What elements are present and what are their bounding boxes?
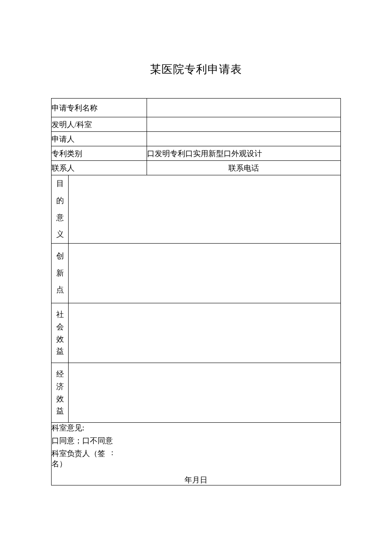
row-purpose: 目的意义: [52, 175, 341, 244]
row-social: 社会效益: [52, 303, 341, 363]
row-opinion: 科室意见: 口同意；口不同意 科室负责人（签名） : 年月日: [52, 423, 341, 485]
input-purpose[interactable]: [69, 175, 341, 244]
sign-label: 科室负责人（签名）: [52, 448, 107, 469]
opinion-section: 科室意见: 口同意；口不同意 科室负责人（签名） : 年月日: [52, 423, 341, 485]
label-patent-name: 申请专利名称: [52, 99, 147, 117]
label-contact-phone: 联系电话: [147, 161, 341, 175]
label-purpose: 目的意义: [52, 175, 69, 244]
label-social: 社会效益: [52, 303, 69, 363]
input-patent-name[interactable]: [147, 99, 341, 117]
opinion-heading: 科室意见:: [52, 423, 340, 433]
row-contact: 联系人 联系电话: [52, 161, 341, 175]
sign-colon: :: [111, 448, 113, 457]
row-category: 专利类别 口发明专利口实用新型口外观设计: [52, 146, 341, 161]
label-economic: 经济效益: [52, 363, 69, 423]
label-category: 专利类别: [52, 146, 147, 161]
input-social[interactable]: [69, 303, 341, 363]
row-patent-name: 申请专利名称: [52, 99, 341, 117]
input-applicant[interactable]: [147, 132, 341, 146]
input-inventor[interactable]: [147, 117, 341, 132]
row-economic: 经济效益: [52, 363, 341, 423]
input-economic[interactable]: [69, 363, 341, 423]
row-inventor: 发明人/科室: [52, 117, 341, 132]
category-options[interactable]: 口发明专利口实用新型口外观设计: [147, 146, 341, 161]
row-applicant: 申请人: [52, 132, 341, 146]
input-innovation[interactable]: [69, 244, 341, 303]
row-innovation: 创新点: [52, 244, 341, 303]
label-contact: 联系人: [52, 161, 147, 175]
patent-application-form: 申请专利名称 发明人/科室 申请人 专利类别 口发明专利口实用新型口外观设计 联…: [51, 98, 341, 485]
label-applicant: 申请人: [52, 132, 147, 146]
opinion-date[interactable]: 年月日: [52, 471, 340, 485]
opinion-choices[interactable]: 口同意；口不同意: [52, 436, 340, 446]
label-inventor: 发明人/科室: [52, 117, 147, 132]
label-innovation: 创新点: [52, 244, 69, 303]
page-title: 某医院专利申请表: [0, 0, 392, 98]
